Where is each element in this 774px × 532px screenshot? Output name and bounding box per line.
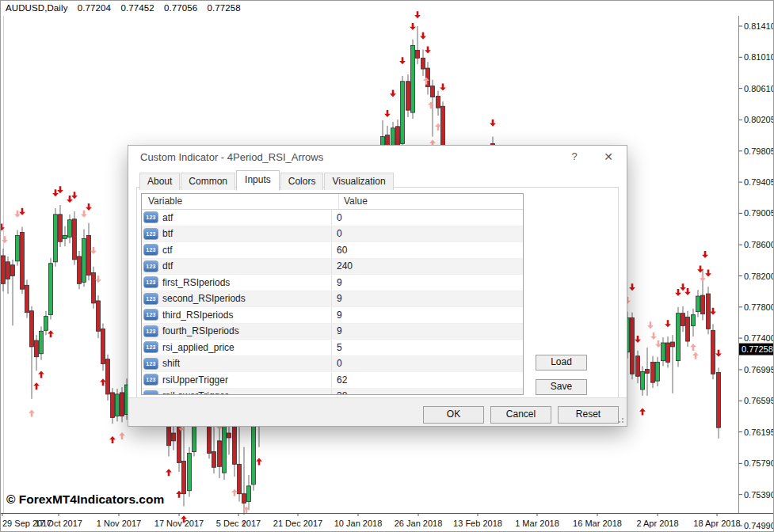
load-button[interactable]: Load [536, 355, 587, 370]
numeric-type-icon: 123 [144, 229, 158, 239]
candle [681, 306, 685, 332]
variable-value[interactable]: 62 [332, 374, 523, 386]
variable-value[interactable]: 9 [332, 325, 523, 336]
variable-value[interactable]: 38 [332, 390, 523, 395]
table-row[interactable]: 123rsiLowerTrigger38 [142, 389, 523, 396]
signal-down-arrow [425, 46, 431, 53]
dialog-tabs: AboutCommonInputsColorsVisualization [139, 170, 395, 190]
date-axis-label: 1 Mar 2018 [515, 519, 559, 528]
ohlc-close: 0.77258 [208, 3, 241, 13]
signal-up-arrow [119, 432, 125, 439]
price-axis-label: 0.80610 [744, 84, 774, 93]
candle [631, 313, 635, 380]
dialog-titlebar[interactable]: Custom Indicator - 4Period_RSI_Arrows ? … [128, 146, 627, 168]
ok-button[interactable]: OK [423, 406, 484, 424]
variable-value[interactable]: 60 [332, 245, 523, 256]
date-axis-label: 26 Jan 2018 [395, 519, 443, 528]
signal-up-arrow [33, 382, 40, 390]
signal-down-arrow [635, 336, 641, 343]
signal-down-arrow [390, 89, 396, 97]
signal-down-arrow [0, 223, 5, 230]
tab-colors[interactable]: Colors [280, 173, 324, 190]
signal-up-arrow [176, 491, 182, 498]
candle [97, 295, 101, 338]
column-header-value: Value [339, 194, 523, 209]
table-row[interactable]: 123atf0 [142, 210, 523, 226]
candle [646, 348, 650, 396]
variable-value[interactable]: 240 [332, 260, 523, 272]
variable-name: ctf [162, 245, 173, 256]
signal-down-arrow [650, 332, 657, 340]
candle [686, 311, 690, 347]
table-row[interactable]: 123third_RSIperiods9 [142, 307, 523, 324]
signal-down-arrow [665, 320, 671, 327]
table-row[interactable]: 123ctf60 [142, 242, 523, 259]
variable-value[interactable]: 0 [332, 358, 523, 369]
table-row[interactable]: 123second_RSIperiods9 [142, 291, 523, 308]
save-button[interactable]: Save [536, 379, 587, 395]
help-button[interactable]: ? [559, 146, 590, 168]
table-row[interactable]: 123rsi_applied_price5 [142, 340, 523, 356]
signal-down-arrow [655, 340, 662, 348]
signal-down-arrow [490, 120, 496, 127]
date-axis-label: 16 Mar 2018 [573, 519, 622, 528]
signal-up-arrow [48, 330, 54, 337]
variable-name: rsiLowerTrigger [162, 390, 228, 395]
signal-down-arrow [440, 84, 446, 91]
candle [49, 258, 53, 320]
signal-down-arrow [399, 57, 406, 64]
candle [651, 356, 655, 388]
resize-grip-icon[interactable] [617, 416, 623, 423]
table-row[interactable]: 123rsiUpperTrigger62 [142, 372, 523, 389]
ohlc-low: 0.77056 [164, 3, 197, 13]
candle [73, 211, 77, 265]
candle [120, 387, 124, 422]
signal-down-arrow [95, 276, 101, 283]
mt4-window: AUDUSD,Daily 0.77204 0.77452 0.77056 0.7… [0, 0, 774, 532]
ohlc-high: 0.77452 [120, 3, 154, 13]
tab-visualization[interactable]: Visualization [324, 173, 393, 190]
tab-about[interactable]: About [139, 173, 180, 190]
reset-button[interactable]: Reset [558, 406, 619, 424]
table-row[interactable]: 123shift0 [142, 356, 523, 373]
candle [711, 324, 715, 379]
numeric-type-icon: 123 [144, 326, 158, 336]
date-axis-label: 5 Dec 2017 [216, 519, 261, 528]
candle [671, 335, 675, 393]
price-axis-label: 0.79405 [744, 177, 774, 187]
candle [692, 309, 696, 336]
tab-inputs[interactable]: Inputs [236, 170, 280, 191]
signal-up-arrow [256, 458, 262, 465]
signal-up-arrow [639, 408, 646, 416]
variable-value[interactable]: 9 [332, 277, 523, 288]
table-row[interactable]: 123dtf240 [142, 259, 523, 276]
variable-name: btf [162, 228, 173, 239]
table-row[interactable]: 123fourth_RSIperiods9 [142, 324, 523, 340]
signal-down-arrow [86, 203, 92, 211]
signal-down-arrow [715, 350, 722, 357]
candle [437, 91, 440, 116]
candle [21, 227, 25, 294]
variable-value[interactable]: 0 [332, 212, 523, 223]
candle [662, 337, 665, 366]
date-axis-label: 17 Oct 2017 [35, 519, 82, 528]
variable-name: rsi_applied_price [162, 342, 234, 353]
candle [406, 74, 410, 117]
date-axis-label: 21 Dec 2017 [273, 519, 322, 528]
cancel-button[interactable]: Cancel [490, 406, 551, 424]
signal-down-arrow [420, 32, 426, 40]
candle [78, 251, 82, 289]
date-axis-label: 13 Feb 2018 [453, 519, 502, 528]
numeric-type-icon: 123 [144, 212, 158, 222]
variable-value[interactable]: 9 [332, 293, 523, 304]
table-row[interactable]: 123btf0 [142, 226, 523, 243]
table-row[interactable]: 123first_RSIperiods9 [142, 275, 523, 291]
variable-value[interactable]: 9 [332, 310, 523, 321]
variable-value[interactable]: 0 [332, 228, 523, 239]
tab-common[interactable]: Common [181, 173, 235, 190]
custom-indicator-dialog: Custom Indicator - 4Period_RSI_Arrows ? … [128, 145, 627, 427]
close-button[interactable]: ✕ [590, 146, 627, 168]
current-price-text: 0.77258 [742, 344, 773, 354]
variable-value[interactable]: 5 [332, 342, 523, 353]
variable-name: fourth_RSIperiods [162, 325, 239, 336]
